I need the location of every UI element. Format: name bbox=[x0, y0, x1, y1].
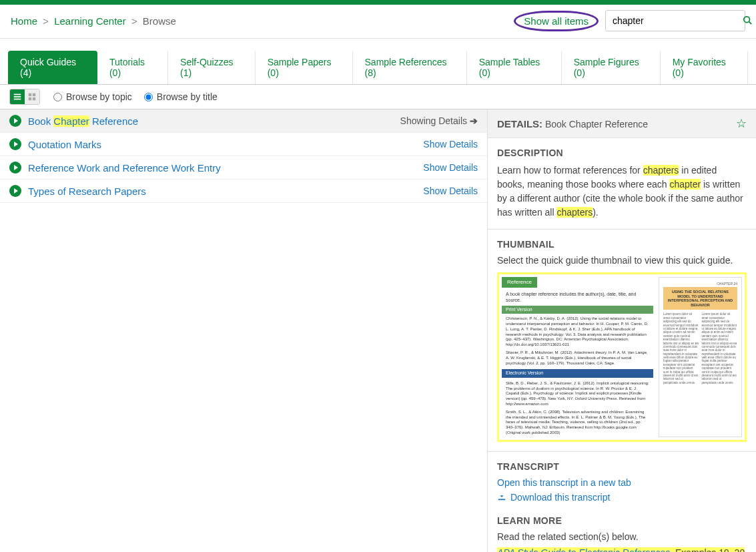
svg-rect-5 bbox=[29, 93, 31, 96]
svg-point-0 bbox=[744, 16, 750, 22]
arrow-right-icon: ➔ bbox=[470, 115, 478, 126]
svg-rect-7 bbox=[29, 97, 31, 100]
tabs: Quick Guides (4) Tutorials (0) Self-Quiz… bbox=[0, 51, 756, 85]
search-input[interactable] bbox=[606, 11, 736, 30]
breadcrumb-current: Browse bbox=[143, 15, 176, 27]
list-item[interactable]: Reference Work and Reference Work Entry … bbox=[0, 156, 487, 180]
description-section: DESCRIPTION Learn how to format referenc… bbox=[488, 138, 756, 230]
favorite-star-icon[interactable]: ☆ bbox=[736, 116, 747, 131]
show-details-link[interactable]: Show Details bbox=[423, 162, 478, 173]
play-icon[interactable] bbox=[9, 115, 21, 127]
browse-by-topic-radio[interactable]: Browse by topic bbox=[53, 91, 132, 102]
list-item[interactable]: Quotation Marks Show Details bbox=[0, 133, 487, 156]
transcript-section: TRANSCRIPT Open this transcript in a new… bbox=[488, 452, 756, 552]
search-icon[interactable] bbox=[736, 15, 756, 27]
learn-more-link[interactable]: APA Style Guide to Electronic References bbox=[497, 547, 670, 552]
thumb-electronic-bar: Electronic Version bbox=[502, 369, 653, 377]
thumbnail-heading: THUMBNAIL bbox=[497, 239, 747, 250]
tab-tutorials[interactable]: Tutorials (0) bbox=[97, 51, 168, 84]
grid-view-icon[interactable] bbox=[25, 89, 39, 104]
list-item[interactable]: Book Chapter Reference Showing Details ➔ bbox=[0, 109, 487, 133]
play-icon[interactable] bbox=[9, 138, 21, 150]
breadcrumb-sep: > bbox=[131, 15, 137, 27]
svg-line-1 bbox=[749, 21, 752, 24]
browse-by-topic-label: Browse by topic bbox=[66, 91, 132, 102]
thumbnail-section: THUMBNAIL Select the quick guide thumbna… bbox=[488, 230, 756, 452]
toolbar: Browse by topic Browse by title bbox=[0, 85, 756, 109]
learn-more-suffix: , Examples 19–20 bbox=[670, 547, 745, 552]
show-details-link[interactable]: Show Details bbox=[423, 186, 478, 196]
download-transcript-link[interactable]: Download this transcript bbox=[510, 492, 610, 503]
thumb-para: Smith, S. L., & Atkin, C. (2008). Televi… bbox=[502, 408, 653, 437]
svg-rect-6 bbox=[33, 93, 35, 96]
top-accent-bar bbox=[0, 0, 756, 5]
thumb-para: Slife, B. D., Reber, J. S., & Faulconer,… bbox=[502, 380, 653, 408]
details-label: DETAILS: bbox=[497, 118, 542, 129]
thumb-intro: A book chapter reference includes the au… bbox=[502, 290, 653, 304]
play-icon[interactable] bbox=[9, 185, 21, 197]
title-pre: Book bbox=[28, 115, 53, 127]
title-highlight: Chapter bbox=[53, 115, 89, 127]
learn-more-text: Read the related section(s) below. bbox=[497, 531, 747, 542]
thumbnail-caption: Select the quick guide thumbnail to view… bbox=[497, 255, 747, 266]
content-area: Book Chapter Reference Showing Details ➔… bbox=[0, 109, 756, 552]
list-view-icon[interactable] bbox=[10, 89, 25, 104]
svg-rect-3 bbox=[14, 96, 21, 97]
svg-rect-4 bbox=[14, 99, 21, 100]
item-title: Quotation Marks bbox=[28, 139, 101, 150]
tab-sample-papers[interactable]: Sample Papers (0) bbox=[256, 51, 353, 84]
svg-rect-8 bbox=[33, 97, 35, 100]
play-icon[interactable] bbox=[9, 162, 21, 174]
breadcrumb-learning-center[interactable]: Learning Center bbox=[54, 15, 126, 27]
details-title: Book Chapter Reference bbox=[545, 119, 648, 129]
thumbnail-image[interactable]: Reference A book chapter reference inclu… bbox=[497, 272, 747, 442]
details-header: DETAILS: Book Chapter Reference ☆ bbox=[488, 109, 756, 138]
tab-self-quizzes[interactable]: Self-Quizzes (1) bbox=[168, 51, 256, 84]
header-right: Show all items bbox=[514, 10, 745, 31]
thumb-badge: Reference bbox=[502, 277, 537, 288]
browse-by-title-label: Browse by title bbox=[157, 91, 218, 102]
header: Home > Learning Center > Browse Show all… bbox=[0, 5, 756, 39]
show-details-link[interactable]: Show Details bbox=[423, 139, 478, 150]
breadcrumb-home[interactable]: Home bbox=[11, 15, 37, 27]
tab-sample-tables[interactable]: Sample Tables (0) bbox=[467, 51, 562, 84]
showing-details-label: Showing Details ➔ bbox=[400, 115, 478, 126]
svg-rect-2 bbox=[14, 94, 21, 95]
title-post: Reference bbox=[89, 115, 138, 127]
results-list: Book Chapter Reference Showing Details ➔… bbox=[0, 109, 487, 552]
breadcrumb-sep: > bbox=[43, 15, 49, 27]
description-text: Learn how to format references for chapt… bbox=[497, 164, 747, 220]
thumb-para: Shaver, P. R., & Mikulincer, M. (2012). … bbox=[502, 349, 653, 367]
browse-by-title-radio[interactable]: Browse by title bbox=[144, 91, 218, 102]
transcript-heading: TRANSCRIPT bbox=[497, 461, 747, 472]
thumb-para: Christenson, P. N., & Kasby, D. A. (2012… bbox=[502, 315, 653, 349]
breadcrumb: Home > Learning Center > Browse bbox=[11, 15, 176, 27]
list-item[interactable]: Types of Research Papers Show Details bbox=[0, 180, 487, 203]
download-icon bbox=[497, 492, 506, 503]
item-title: Types of Research Papers bbox=[28, 186, 146, 197]
tab-sample-figures[interactable]: Sample Figures (0) bbox=[562, 51, 661, 84]
item-title: Book Chapter Reference bbox=[28, 115, 138, 127]
item-title: Reference Work and Reference Work Entry bbox=[28, 162, 221, 174]
tab-quick-guides[interactable]: Quick Guides (4) bbox=[8, 51, 97, 84]
view-toggle bbox=[9, 89, 40, 105]
search-box bbox=[605, 10, 745, 31]
learn-more-heading: LEARN MORE bbox=[497, 515, 747, 526]
browse-mode-group: Browse by topic Browse by title bbox=[53, 91, 218, 102]
thumb-right-page: CHAPTER 24 USING THE SOCIAL RELATIONS MO… bbox=[659, 277, 742, 437]
thumb-print-bar: Print Version bbox=[502, 306, 653, 314]
tab-my-favorites[interactable]: My Favorites (0) bbox=[661, 51, 748, 84]
tab-sample-references[interactable]: Sample References (8) bbox=[353, 51, 467, 84]
open-transcript-link[interactable]: Open this transcript in a new tab bbox=[497, 477, 631, 488]
details-panel: DETAILS: Book Chapter Reference ☆ DESCRI… bbox=[487, 109, 756, 552]
description-heading: DESCRIPTION bbox=[497, 148, 747, 158]
show-all-items-link[interactable]: Show all items bbox=[514, 11, 599, 31]
